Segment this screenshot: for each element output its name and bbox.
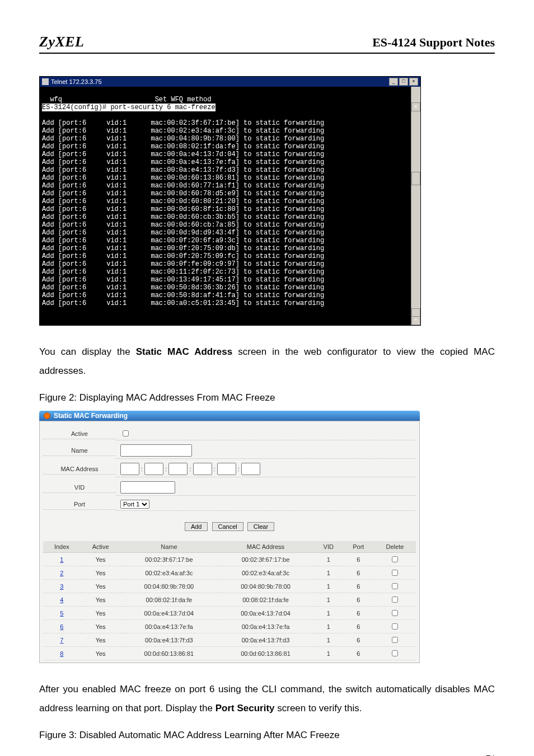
cell-vid: 1 — [314, 633, 343, 647]
mac-seg-2[interactable] — [144, 463, 163, 475]
cell-active: Yes — [81, 607, 121, 620]
cell-name: 00:02:e3:4a:af:3c — [121, 566, 218, 580]
close-icon[interactable]: × — [409, 78, 418, 86]
terminal-line: wfq Set WFQ method — [42, 96, 211, 104]
cell-active: Yes — [81, 580, 121, 593]
index-link[interactable]: 7 — [60, 637, 63, 644]
telnet-titlebar: Telnet 172.23.3.75 _ □ × — [40, 77, 420, 87]
clear-button[interactable]: Clear — [247, 522, 274, 531]
table-row: 1Yes00:02:3f:67:17:be00:02:3f:67:17:be16 — [43, 553, 416, 566]
table-row: 2Yes00:02:e3:4a:af:3c00:02:e3:4a:af:3c16 — [43, 566, 416, 580]
cell-active: Yes — [81, 633, 121, 647]
cell-active: Yes — [81, 566, 121, 580]
add-button[interactable]: Add — [185, 522, 208, 531]
doc-title: ES-4124 Support Notes — [372, 35, 495, 50]
cell-index: 7 — [43, 633, 81, 647]
active-checkbox[interactable] — [123, 430, 129, 436]
terminal-output: wfq Set WFQ method ES-3124(config)# port… — [40, 87, 420, 325]
col-name: Name — [121, 541, 218, 553]
delete-checkbox[interactable] — [392, 650, 398, 656]
delete-checkbox[interactable] — [392, 637, 398, 643]
scroll-thumb[interactable] — [411, 172, 420, 185]
cell-mac: 00:0a:e4:13:7e:fa — [217, 620, 314, 633]
label-active: Active — [43, 429, 116, 439]
cell-index: 1 — [43, 553, 81, 566]
mac-seg-1[interactable] — [120, 463, 139, 475]
cell-name: 00:08:02:1f:da:fe — [121, 593, 218, 607]
cell-mac: 00:04:80:9b:78:00 — [217, 580, 314, 593]
logo: ZyXEL — [39, 34, 85, 50]
cell-index: 6 — [43, 620, 81, 633]
index-link[interactable]: 8 — [60, 650, 63, 657]
cell-port: 6 — [343, 647, 374, 660]
mac-seg-3[interactable] — [168, 463, 188, 475]
cell-active: Yes — [81, 647, 121, 660]
delete-checkbox[interactable] — [392, 623, 398, 630]
cell-port: 6 — [343, 620, 374, 633]
cell-port: 6 — [343, 580, 374, 593]
vid-input[interactable] — [120, 481, 175, 494]
cell-name: 00:02:3f:67:17:be — [121, 553, 218, 566]
cell-vid: 1 — [314, 553, 343, 566]
cell-active: Yes — [81, 593, 121, 607]
cell-mac: 00:02:3f:67:17:be — [217, 553, 314, 566]
cell-port: 6 — [343, 607, 374, 620]
delete-checkbox[interactable] — [392, 570, 398, 576]
cell-vid: 1 — [314, 593, 343, 607]
index-link[interactable]: 4 — [60, 597, 63, 603]
mac-seg-4[interactable] — [193, 463, 212, 475]
mac-seg-5[interactable] — [217, 463, 236, 475]
cell-port: 6 — [343, 633, 374, 647]
scroll-up-icon[interactable]: ▴ — [411, 102, 420, 111]
cancel-button[interactable]: Cancel — [212, 522, 243, 531]
delete-checkbox[interactable] — [392, 597, 398, 603]
index-link[interactable]: 1 — [60, 556, 63, 563]
delete-checkbox[interactable] — [392, 556, 398, 562]
mac-input-group: : : : : : — [116, 461, 416, 477]
table-row: 5Yes00:0a:e4:13:7d:0400:0a:e4:13:7d:0416 — [43, 607, 416, 620]
name-input[interactable] — [120, 444, 192, 457]
led-icon — [44, 412, 50, 419]
col-delete: Delete — [374, 541, 416, 553]
table-row: 8Yes00:0d:60:13:86:8100:0d:60:13:86:8116 — [43, 647, 416, 660]
mac-seg-6[interactable] — [241, 463, 260, 475]
telnet-icon — [42, 78, 49, 85]
col-active: Active — [81, 541, 121, 553]
delete-checkbox[interactable] — [392, 610, 398, 616]
cell-vid: 1 — [314, 566, 343, 580]
index-link[interactable]: 5 — [60, 610, 63, 617]
cell-index: 5 — [43, 607, 81, 620]
index-link[interactable]: 6 — [60, 623, 63, 630]
cell-index: 2 — [43, 566, 81, 580]
delete-checkbox[interactable] — [392, 583, 398, 589]
table-row: 7Yes00:0a:e4:13:7f:d300:0a:e4:13:7f:d316 — [43, 633, 416, 647]
scrollbar[interactable]: ▴ ▾ — [411, 87, 420, 325]
cell-index: 4 — [43, 593, 81, 607]
col-mac-address: MAC Address — [217, 541, 314, 553]
cell-port: 6 — [343, 553, 374, 566]
table-row: 6Yes00:0a:e4:13:7e:fa00:0a:e4:13:7e:fa16 — [43, 620, 416, 633]
label-mac: MAC Address — [43, 464, 116, 475]
paragraph-1: You can display the Static MAC Address s… — [39, 342, 495, 381]
minimize-icon[interactable]: _ — [389, 78, 398, 86]
cell-mac: 00:08:02:1f:da:fe — [217, 593, 314, 607]
cell-index: 3 — [43, 580, 81, 593]
cell-mac: 00:02:e3:4a:af:3c — [217, 566, 314, 580]
cell-mac: 00:0a:e4:13:7d:04 — [217, 607, 314, 620]
cell-delete — [374, 607, 416, 620]
scroll-down-icon[interactable]: ▾ — [411, 316, 420, 325]
index-link[interactable]: 3 — [60, 583, 63, 590]
maximize-icon[interactable]: □ — [399, 78, 408, 86]
smf-table: IndexActiveNameMAC AddressVIDPortDelete … — [43, 541, 416, 660]
cell-name: 00:0a:e4:13:7e:fa — [121, 620, 218, 633]
cell-port: 6 — [343, 566, 374, 580]
port-select[interactable]: Port 1 — [120, 500, 149, 509]
index-link[interactable]: 2 — [60, 570, 63, 576]
cell-port: 6 — [343, 593, 374, 607]
page-number: 74 — [39, 754, 495, 756]
cell-vid: 1 — [314, 647, 343, 660]
cell-name: 00:04:80:9b:78:00 — [121, 580, 218, 593]
cell-vid: 1 — [314, 620, 343, 633]
cell-name: 00:0a:e4:13:7d:04 — [121, 607, 218, 620]
cell-delete — [374, 593, 416, 607]
